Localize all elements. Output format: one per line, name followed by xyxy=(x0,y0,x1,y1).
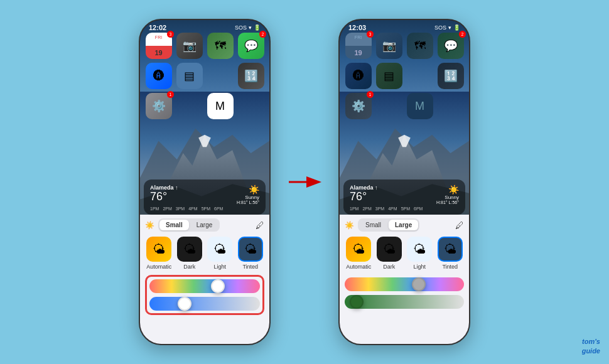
style-label-automatic-left: Automatic xyxy=(146,264,171,270)
size-options-left[interactable]: Small Large xyxy=(158,218,220,232)
phone-right: 19 FRI 3 📷 🗺 💬 2 🅐 xyxy=(338,19,470,345)
style-label-light-left: Light xyxy=(213,264,226,270)
color-slider-right[interactable] xyxy=(345,277,464,291)
time-right: 12:03 xyxy=(348,24,366,31)
slider-container-left xyxy=(149,279,260,311)
style-preview-light-right: 🌤 xyxy=(407,237,432,262)
status-bar-right: 12:03 SOS ▾ 🔋 xyxy=(340,20,469,33)
size-selector-left: ☀️ Small Large 🖊 xyxy=(145,218,264,232)
app-icon-maps: 🗺 xyxy=(207,33,234,59)
color-slider-thumb-left[interactable] xyxy=(211,279,225,293)
app-icon-t-calc: 🔢 xyxy=(438,63,464,89)
style-preview-tinted-left: 🌤 xyxy=(238,237,263,262)
app-icon-t-gmail: M xyxy=(407,93,433,119)
style-label-tinted-right: Tinted xyxy=(442,264,458,270)
status-icons-right: SOS ▾ 🔋 xyxy=(434,24,460,31)
status-bar-left: 12:02 SOS ▾ 🔋 xyxy=(140,20,269,33)
weather-widget-right: Alameda ↑ 76° ☀️ Sunny H:81° L:56° 1PM 2… xyxy=(343,179,465,215)
signal-icon-left: ▾ xyxy=(249,24,252,31)
app-icon-empty2 xyxy=(176,93,203,119)
arrow-annotation xyxy=(288,173,322,191)
weather-times-right: 1PM 2PM 3PM 4PM 5PM 6PM xyxy=(350,206,459,211)
style-label-dark-left: Dark xyxy=(183,264,195,270)
wallpaper-right: 19 FRI 3 📷 🗺 💬 2 🅐 xyxy=(340,20,469,215)
style-label-dark-right: Dark xyxy=(383,264,395,270)
phone-right-screen: 19 FRI 3 📷 🗺 💬 2 🅐 xyxy=(340,20,469,344)
eyedropper-icon-right[interactable]: 🖊 xyxy=(455,220,464,230)
style-preview-automatic-left: 🌤 xyxy=(146,237,171,262)
weather-widget-left: Alameda ↑ 76° ☀️ Sunny H:81° L:56° 1PM 2… xyxy=(144,179,266,215)
style-preview-dark-right: 🌤 xyxy=(377,237,402,262)
tomsguide-line2: guide xyxy=(582,346,600,355)
size-large-left[interactable]: Large xyxy=(190,220,219,230)
style-label-light-right: Light xyxy=(413,264,426,270)
style-preview-tinted-right: 🌤 xyxy=(438,237,463,262)
style-preview-light-left: 🌤 xyxy=(207,237,232,262)
sos-text-left: SOS xyxy=(235,24,247,31)
app-icon-calc: 🔢 xyxy=(238,63,264,89)
weather-main-left: Alameda ↑ 76° ☀️ Sunny H:81° L:56° xyxy=(150,185,259,205)
battery-icon-left: 🔋 xyxy=(254,24,261,31)
brightness-slider-thumb-right[interactable] xyxy=(350,295,364,309)
weather-hi-lo-right: H:81° L:56° xyxy=(436,200,459,205)
brightness-slider-thumb-left[interactable] xyxy=(178,297,191,311)
size-options-right[interactable]: Small Large xyxy=(358,218,419,232)
color-slider-thumb-right[interactable] xyxy=(412,277,426,291)
brightness-slider-right[interactable] xyxy=(345,295,464,309)
weather-hi-lo-left: H:81° L:56° xyxy=(237,200,259,205)
size-small-right[interactable]: Small xyxy=(359,220,387,230)
sun-icon-right: ☀️ xyxy=(345,221,354,230)
style-automatic-right[interactable]: 🌤 Automatic xyxy=(345,237,373,270)
app-icon-appstore: 🅐 xyxy=(146,63,172,89)
style-dark-left[interactable]: 🌤 Dark xyxy=(176,237,204,270)
style-preview-dark-left: 🌤 xyxy=(177,237,202,262)
style-dark-right[interactable]: 🌤 Dark xyxy=(375,237,404,270)
bottom-panel-right: ☀️ Small Large 🖊 🌤 Automatic 🌤 Dark xyxy=(340,215,469,344)
slider-container-right xyxy=(345,277,464,309)
app-icon-empty3 xyxy=(238,93,264,119)
color-slider-left[interactable] xyxy=(149,279,260,293)
time-left: 12:02 xyxy=(149,24,166,31)
weather-main-right: Alameda ↑ 76° ☀️ Sunny H:81° L:56° xyxy=(350,185,459,205)
style-automatic-left[interactable]: 🌤 Automatic xyxy=(145,237,173,270)
size-selector-right: ☀️ Small Large 🖊 xyxy=(345,218,464,232)
status-icons-left: SOS ▾ 🔋 xyxy=(235,24,261,31)
sos-text-right: SOS xyxy=(434,24,446,31)
app-icon-gmail: M xyxy=(207,93,234,119)
app-grid-right: 19 FRI 3 📷 🗺 💬 2 🅐 xyxy=(345,33,464,119)
brightness-slider-left[interactable] xyxy=(149,297,260,311)
app-grid-left: 19 FRI 3 📷 🗺 💬 2 🅐 xyxy=(145,33,264,119)
sliders-container-right xyxy=(345,275,464,311)
icon-styles-left: 🌤 Automatic 🌤 Dark 🌤 Light 🌤 Tinted xyxy=(145,237,264,270)
size-small-left[interactable]: Small xyxy=(159,220,189,230)
tomsguide-line1: tom's xyxy=(582,337,600,346)
signal-icon-right: ▾ xyxy=(448,24,451,31)
phone-left: 19 FRI 3 📷 🗺 💬 2 🅐 xyxy=(139,19,271,345)
weather-condition-left: Sunny xyxy=(237,195,259,200)
style-tinted-left[interactable]: 🌤 Tinted xyxy=(237,237,265,270)
app-icon-t-maps: 🗺 xyxy=(407,33,433,59)
app-icon-notes: ▤ xyxy=(176,63,203,89)
icon-styles-right: 🌤 Automatic 🌤 Dark 🌤 Light 🌤 Tinted xyxy=(345,237,464,270)
bottom-panel-left: ☀️ Small Large 🖊 🌤 Automatic 🌤 Dark xyxy=(140,215,269,344)
app-icon-t-notes: ▤ xyxy=(376,63,402,89)
weather-temp-left: 76° xyxy=(150,191,178,203)
weather-times-left: 1PM 2PM 3PM 4PM 5PM 6PM xyxy=(150,206,259,211)
wallpaper-left: 19 FRI 3 📷 🗺 💬 2 🅐 xyxy=(140,20,269,215)
style-tinted-right[interactable]: 🌤 Tinted xyxy=(436,237,465,270)
tomsguide-logo: tom's guide xyxy=(582,337,600,355)
eyedropper-icon-left[interactable]: 🖊 xyxy=(256,220,264,230)
size-large-right[interactable]: Large xyxy=(389,220,418,230)
app-icon-t-camera: 📷 xyxy=(376,33,402,59)
sliders-highlight-left xyxy=(145,275,264,315)
style-light-left[interactable]: 🌤 Light xyxy=(206,237,234,270)
app-icon-camera: 📷 xyxy=(176,33,203,59)
weather-condition-right: Sunny xyxy=(436,195,459,200)
style-light-right[interactable]: 🌤 Light xyxy=(406,237,434,270)
style-label-automatic-right: Automatic xyxy=(346,264,371,270)
style-label-tinted-left: Tinted xyxy=(242,264,258,270)
battery-icon-right: 🔋 xyxy=(453,24,460,31)
weather-temp-right: 76° xyxy=(350,191,378,203)
style-preview-automatic-right: 🌤 xyxy=(346,237,371,262)
app-icon-empty xyxy=(207,63,234,89)
